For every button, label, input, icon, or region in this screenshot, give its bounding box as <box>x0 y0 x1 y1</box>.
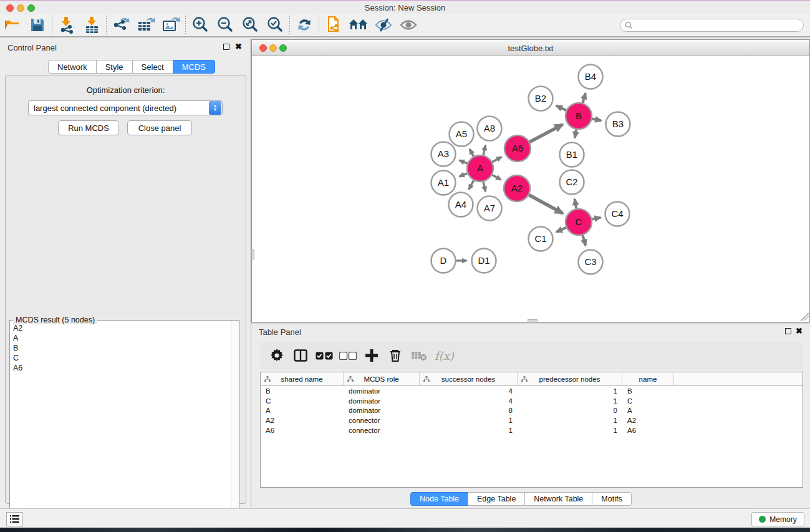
table-cell[interactable]: dominator <box>344 407 420 414</box>
mcds-result-item[interactable]: A <box>13 333 230 343</box>
table-cell[interactable]: 4 <box>420 387 518 395</box>
add-column-icon[interactable] <box>360 344 383 367</box>
table-cell[interactable]: A6 <box>622 427 674 434</box>
mcds-result-item[interactable]: B <box>13 343 230 353</box>
import-table-icon[interactable] <box>79 14 104 36</box>
run-mcds-button[interactable]: Run MCDS <box>58 120 119 135</box>
table-cell[interactable]: 4 <box>420 397 518 405</box>
edge-A-A6[interactable] <box>492 157 501 162</box>
edge-C-C1[interactable] <box>556 228 566 232</box>
tab-mcds[interactable]: MCDS <box>173 60 215 74</box>
table-row[interactable]: A2connector11A2 <box>261 415 803 425</box>
column-header-name[interactable]: name <box>622 372 674 385</box>
edge-A-A7[interactable] <box>483 181 486 191</box>
table-row[interactable]: Adominator80A <box>261 405 803 415</box>
export-image-icon[interactable] <box>158 14 183 36</box>
export-network-icon[interactable] <box>108 14 133 36</box>
delete-column-icon[interactable] <box>383 344 407 367</box>
show-eye-icon[interactable] <box>396 14 421 36</box>
edge-B-B1[interactable] <box>575 130 576 138</box>
deselect-all-checkboxes-icon[interactable] <box>336 344 360 367</box>
table-cell[interactable]: A <box>261 407 344 414</box>
table-cell[interactable]: 1 <box>518 387 622 395</box>
table-row[interactable]: Cdominator41C <box>261 396 803 406</box>
tab-node-table[interactable]: Node Table <box>410 492 468 506</box>
mcds-result-item[interactable]: A6 <box>13 363 230 373</box>
gear-icon[interactable] <box>265 344 289 367</box>
column-header-shared-name[interactable]: shared name <box>261 372 344 385</box>
edge-C-C2[interactable] <box>575 199 577 208</box>
table-cell[interactable]: dominator <box>344 387 420 395</box>
edge-C-C4[interactable] <box>592 218 601 220</box>
table-cell[interactable]: 1 <box>518 417 622 424</box>
node-table[interactable]: shared name MCDS role successor nodes pr… <box>260 372 803 488</box>
close-panel-icon[interactable]: ✖ <box>235 42 242 51</box>
table-cell[interactable]: 1 <box>420 427 518 434</box>
select-all-checkboxes-icon[interactable] <box>312 344 336 367</box>
edge-A-A8[interactable] <box>483 145 486 155</box>
table-cell[interactable]: 8 <box>420 407 518 414</box>
table-cell[interactable]: 1 <box>420 417 518 424</box>
edge-B-B2[interactable] <box>556 105 566 110</box>
optimization-criterion-select[interactable]: largest connected component (directed) ▲… <box>28 100 223 115</box>
export-table-icon[interactable] <box>133 14 158 36</box>
network-window-titlebar[interactable]: testGlobe.txt <box>252 40 809 56</box>
hide-panels-icon[interactable] <box>371 14 396 36</box>
tab-network-table[interactable]: Network Table <box>524 492 592 506</box>
tab-motifs[interactable]: Motifs <box>592 492 631 506</box>
column-header-successor-nodes[interactable]: successor nodes <box>420 372 518 385</box>
edge-A-A5[interactable] <box>470 149 473 157</box>
zoom-selected-icon[interactable] <box>263 14 287 36</box>
mcds-result-item[interactable]: A2 <box>13 323 230 333</box>
table-cell[interactable]: C <box>261 397 344 405</box>
network-from-file-icon[interactable] <box>321 14 346 36</box>
table-cell[interactable]: A <box>622 407 674 414</box>
mcds-result-list[interactable]: A2ABCA6 <box>11 323 230 532</box>
table-cell[interactable]: 1 <box>518 427 622 434</box>
resize-grip-icon[interactable] <box>801 313 809 321</box>
edge-A-A3[interactable] <box>460 160 468 163</box>
search-input[interactable] <box>620 19 804 32</box>
task-history-icon[interactable] <box>6 512 23 526</box>
split-columns-icon[interactable] <box>289 344 312 367</box>
zoom-in-icon[interactable] <box>188 14 213 36</box>
column-header-predecessor-nodes[interactable]: predecessor nodes <box>518 372 622 385</box>
float-panel-icon[interactable] <box>223 44 229 50</box>
table-cell[interactable]: connector <box>344 417 420 424</box>
zoom-out-icon[interactable] <box>213 14 238 36</box>
table-cell[interactable]: 0 <box>518 407 622 414</box>
table-cell[interactable]: B <box>261 387 344 395</box>
tab-select[interactable]: Select <box>132 60 173 74</box>
zoom-fit-icon[interactable] <box>238 14 263 36</box>
tab-style[interactable]: Style <box>96 60 133 74</box>
table-cell[interactable]: connector <box>344 427 420 434</box>
mcds-result-scrollbar[interactable] <box>231 321 239 532</box>
close-panel-button[interactable]: Close panel <box>127 120 192 135</box>
table-cell[interactable]: A2 <box>622 417 674 424</box>
edge-A-A2[interactable] <box>492 175 501 180</box>
bottom-edge-handle[interactable] <box>528 319 538 322</box>
edge-C-C3[interactable] <box>582 235 586 246</box>
tab-network[interactable]: Network <box>48 60 97 74</box>
float-table-panel-icon[interactable] <box>785 328 791 334</box>
table-cell[interactable]: A6 <box>261 427 344 434</box>
edge-A-A1[interactable] <box>460 173 468 177</box>
edge-B-B3[interactable] <box>592 118 602 120</box>
edge-B-B4[interactable] <box>582 93 586 103</box>
edge-A2-C[interactable] <box>529 195 562 214</box>
network-canvas[interactable]: B4B2BB3A8A5A6B1A3AA1C2A2A4A7C4CC1C3DD1 <box>252 56 809 322</box>
close-table-panel-icon[interactable]: ✖ <box>796 326 803 336</box>
edge-A-A4[interactable] <box>469 180 474 189</box>
left-edge-handle[interactable] <box>251 249 254 259</box>
column-header-mcds-role[interactable]: MCDS role <box>344 372 420 385</box>
memory-button[interactable]: Memory <box>751 512 804 526</box>
table-cell[interactable]: A2 <box>261 417 344 424</box>
table-row[interactable]: Bdominator41B <box>261 386 803 396</box>
table-cell[interactable]: C <box>622 397 674 405</box>
open-folder-icon[interactable] <box>0 14 25 36</box>
table-row[interactable]: A6connector11A6 <box>261 425 803 435</box>
table-cell[interactable]: 1 <box>518 397 622 405</box>
save-session-icon[interactable] <box>25 14 50 36</box>
refresh-layout-icon[interactable] <box>292 14 317 36</box>
home-views-icon[interactable] <box>346 14 371 36</box>
